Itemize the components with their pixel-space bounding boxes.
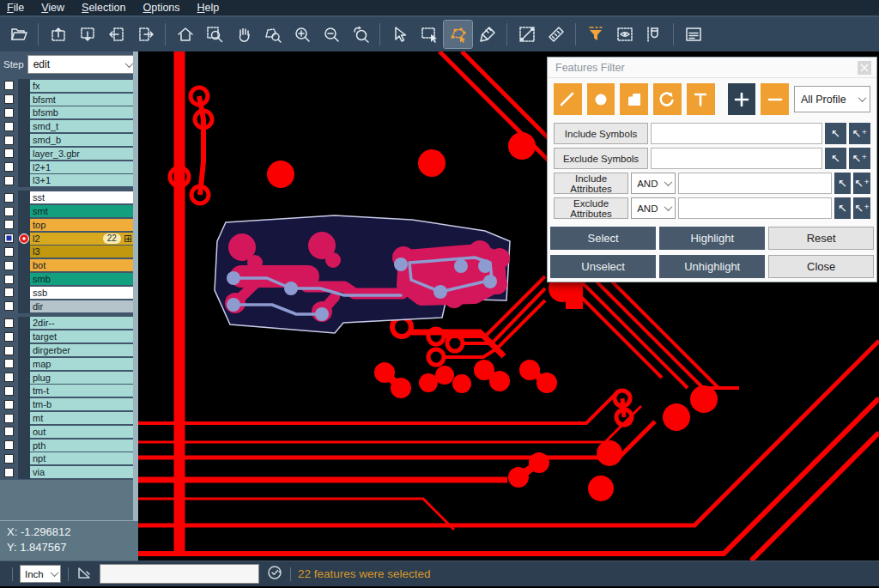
zoom-window-button[interactable] [200,21,228,48]
layer-row[interactable]: plug [0,371,138,385]
include-attributes-input[interactable] [678,173,832,194]
layer-visibility-checkbox[interactable] [4,386,14,396]
exclude-attributes-input[interactable] [678,197,832,219]
exclude-symbols-input[interactable] [651,148,822,169]
layer-visibility-checkbox[interactable] [4,108,14,118]
layer-visibility-checkbox[interactable] [4,275,14,284]
layer-name[interactable]: fx [30,80,135,92]
exclude-attributes-button[interactable]: Exclude Attributes [554,197,628,219]
units-select[interactable]: Inch [20,565,61,583]
layer-row[interactable]: bfsmt [0,93,138,106]
dialog-titlebar[interactable]: Features Filter [548,58,876,78]
layer-visibility-checkbox[interactable] [4,400,14,409]
exclude-symbols-button[interactable]: Exclude Symbols [554,148,648,169]
layer-row[interactable]: tm-b [0,397,138,411]
sidebar-scrollbar[interactable] [133,52,138,521]
filter-line-button[interactable] [554,83,582,115]
paint-brush-button[interactable] [473,21,501,48]
layer-visibility-checkbox[interactable] [4,94,14,104]
include-symbols-input[interactable] [651,123,822,144]
layer-visibility-checkbox[interactable] [4,176,14,185]
layer-name[interactable]: l3 [30,246,135,258]
layer-row[interactable]: sst [0,191,138,204]
select-rectangle-button[interactable] [415,21,443,48]
layer-row[interactable]: smd_b [0,133,138,147]
menu-options[interactable]: Options [142,2,179,14]
layer-row[interactable]: tm-t [0,385,138,398]
layer-visibility-checkbox[interactable] [4,346,14,355]
layer-visibility-checkbox[interactable] [4,261,14,270]
layer-visibility-checkbox[interactable] [4,318,14,328]
layer-name[interactable]: l222⊞ [30,233,135,245]
layer-row[interactable]: target [0,330,138,343]
pan-hand-button[interactable] [229,21,258,48]
layer-visibility-checkbox[interactable] [4,149,14,158]
layer-name[interactable]: bot [30,259,135,271]
layer-visibility-checkbox[interactable] [4,359,14,368]
layer-row[interactable]: via [0,465,138,479]
layer-visibility-checkbox[interactable] [4,220,14,229]
layer-visibility-checkbox[interactable] [4,414,14,423]
layer-row-active[interactable]: l222⊞ [0,232,138,246]
filter-arc-button[interactable] [653,83,682,115]
zoom-polygon-button[interactable] [258,21,287,48]
layer-name[interactable]: 2dir-- [30,317,135,329]
layer-row[interactable]: fx [0,79,138,93]
layer-visibility-checkbox[interactable] [4,468,14,477]
layer-name[interactable]: l2+1 [30,161,135,173]
layer-name[interactable]: l3+1 [30,174,135,186]
layer-row[interactable]: l2+1 [0,161,138,174]
layer-visibility-checkbox[interactable] [4,207,14,216]
filter-text-button[interactable] [687,83,715,115]
layer-visibility-checkbox[interactable] [4,373,14,382]
pick-attribute-button[interactable]: ↖ [834,197,852,219]
angle-measure-icon[interactable] [76,564,93,585]
layer-row[interactable]: 2dir-- [0,317,138,330]
layer-name[interactable]: map [30,358,135,370]
step-previous-button[interactable] [102,21,130,48]
filter-pad-button[interactable] [587,83,615,115]
highlight-button[interactable]: Highlight [659,227,765,250]
select-button[interactable]: Select [550,227,656,250]
filter-surface-button[interactable] [620,83,648,115]
layer-row[interactable]: bfsmb [0,106,138,120]
layer-visibility-checkbox[interactable] [4,233,14,243]
layer-name[interactable]: smd_b [30,134,135,146]
zoom-home-button[interactable] [171,21,199,48]
pick-attribute-button[interactable]: ↖ [834,173,852,194]
step-next-button[interactable] [131,21,160,48]
include-attributes-operator-select[interactable]: AND [631,173,675,194]
layer-row[interactable]: l3+1 [0,174,138,188]
unhighlight-button[interactable]: Unhighlight [659,255,765,278]
measure-line-button[interactable] [512,21,541,48]
layer-row[interactable]: layer_3.gbr [0,147,138,161]
pick-add-symbol-button[interactable]: ↖⁺ [849,123,870,144]
step-export-up-button[interactable] [44,21,72,48]
open-folder-button[interactable] [4,21,33,48]
filter-visibility-button[interactable] [610,21,639,48]
include-attributes-button[interactable]: Include Attributes [554,173,628,194]
snap-magnet-button[interactable] [640,21,668,48]
command-input[interactable] [100,564,259,584]
layer-row[interactable]: pth [0,439,138,452]
layer-name[interactable]: bfsmb [30,106,135,118]
layer-visibility-checkbox[interactable] [4,332,14,342]
layer-name[interactable]: dirgerber [30,344,135,356]
close-button[interactable]: Close [768,255,874,278]
ruler-button[interactable] [542,21,570,48]
menu-file[interactable]: File [7,2,24,14]
layer-visibility-checkbox[interactable] [4,247,14,257]
zoom-in-button[interactable] [288,21,316,48]
layer-visibility-checkbox[interactable] [4,122,14,131]
layer-name[interactable]: smb [30,273,135,285]
include-symbols-button[interactable]: Include Symbols [554,123,648,144]
layer-name[interactable]: dir [30,300,135,312]
filter-add-button[interactable] [728,83,756,115]
layer-visibility-checkbox[interactable] [4,162,14,172]
layer-row[interactable]: dir [0,300,138,313]
layer-row[interactable]: top [0,218,138,232]
select-pointer-button[interactable] [385,21,414,48]
refresh-check-icon[interactable] [266,564,283,585]
layer-visibility-checkbox[interactable] [4,454,14,464]
pick-add-attribute-button[interactable]: ↖⁺ [853,173,870,194]
